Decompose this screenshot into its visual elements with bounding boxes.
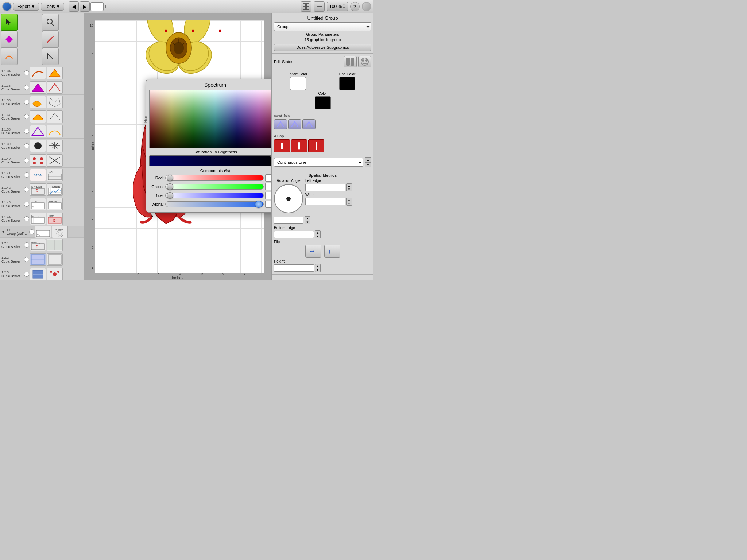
layer-checkbox[interactable] — [24, 158, 29, 163]
join-btn-3[interactable] — [302, 119, 316, 129]
rotation-handle[interactable] — [289, 199, 298, 199]
help-button[interactable]: ? — [350, 2, 360, 11]
layer-item[interactable]: 1.1.43 Cubic Bezier X Log× Semilog — [0, 197, 84, 211]
type-select[interactable]: Group — [274, 22, 371, 31]
alpha-value-field[interactable]: 100 — [265, 201, 271, 208]
cap-btn-1[interactable] — [274, 139, 290, 152]
arc-tool-button[interactable] — [1, 48, 18, 65]
bottom-edge-down[interactable]: ▼ — [315, 234, 320, 238]
layer-checkbox[interactable] — [24, 172, 29, 178]
svg-point-67 — [57, 271, 59, 273]
layer-item[interactable]: 1.2.1 Cubic Bezier Date LogD — [0, 238, 84, 252]
zoom-up-button[interactable]: ▲ — [342, 3, 345, 7]
green-slider-track[interactable] — [165, 184, 264, 190]
height-down[interactable]: ▼ — [315, 268, 320, 272]
page-current-field[interactable]: 1 — [90, 2, 104, 11]
bottom-edge-up[interactable]: ▲ — [315, 231, 320, 234]
zoom-tool-button[interactable] — [42, 14, 59, 31]
layer-checkbox[interactable] — [24, 187, 29, 192]
autoresize-button[interactable]: Does Autoresize Subgraphics — [274, 44, 371, 51]
pencil-tool-button[interactable] — [42, 31, 59, 48]
layer-checkbox[interactable] — [24, 216, 29, 221]
layer-checkbox[interactable] — [24, 272, 29, 277]
cap-btn-2[interactable] — [291, 139, 307, 152]
red-slider-track[interactable] — [165, 175, 264, 181]
layer-item[interactable]: 1.1.39 Cubic Bezier — [0, 139, 84, 153]
layer-item[interactable]: 1.1.34 Cubic Bezier — [0, 66, 84, 80]
end-color-preview[interactable] — [339, 77, 355, 90]
green-value-field[interactable]: 0 — [265, 183, 271, 190]
width-down[interactable]: ▼ — [347, 202, 352, 205]
layer-item[interactable]: 1.1.35 Cubic Bezier — [0, 80, 84, 95]
segment-join-section: ment Join — [272, 112, 374, 132]
layer-item[interactable]: 1.1.38 Cubic Bezier — [0, 124, 84, 139]
layer-checkbox[interactable] — [24, 202, 29, 207]
layer-checkbox[interactable] — [24, 257, 29, 262]
layer-item[interactable]: 1.1.36 Cubic Bezier — [0, 95, 84, 109]
join-btn-1[interactable] — [274, 119, 287, 129]
flip-horizontal-button[interactable]: ↔ — [305, 245, 321, 258]
layer-item[interactable]: 1.1.44 Cubic Bezier Log Log DateD — [0, 211, 84, 226]
layout-button[interactable] — [314, 1, 325, 12]
bottom-edge-field[interactable]: 6.4268663194 — [274, 231, 314, 238]
left-edge-down[interactable]: ▼ — [347, 187, 352, 191]
grid-view-button[interactable] — [301, 1, 311, 12]
prev-page-button[interactable]: ◀ — [69, 1, 79, 12]
cap-btn-3[interactable] — [308, 139, 324, 152]
layer-item[interactable]: 1.1.40 Cubic Bezier — [0, 153, 84, 168]
layer-checkbox[interactable] — [24, 129, 29, 134]
blue-slider-track[interactable] — [165, 192, 264, 198]
dash-up-button[interactable]: ▲ — [365, 157, 371, 162]
rotation-widget[interactable] — [274, 184, 303, 213]
svg-point-107 — [219, 30, 221, 32]
layer-item[interactable]: 1.2.3 Cubic Bezier — [0, 267, 84, 280]
layer-item[interactable]: 1.2.2 Cubic Bezier — [0, 252, 84, 267]
rotation-up[interactable]: ▲ — [305, 217, 310, 220]
blue-value-field[interactable]: 0 — [265, 192, 271, 199]
angle-tool-button[interactable] — [42, 48, 59, 65]
layer-checkbox[interactable] — [24, 85, 29, 90]
join-btn-2[interactable] — [288, 119, 301, 129]
shape-tool-button[interactable] — [1, 31, 18, 48]
dash-pattern-select[interactable]: Continuous Line — [274, 158, 363, 167]
state-btn-1[interactable] — [344, 56, 357, 67]
color-preview[interactable] — [315, 96, 331, 109]
rotation-value-field[interactable]: 0 — [274, 217, 303, 224]
layer-item[interactable]: 1.1.37 Cubic Bezier — [0, 109, 84, 124]
layer-checkbox[interactable] — [24, 70, 29, 75]
height-field[interactable]: 3.4387503715 — [274, 264, 314, 272]
zoom-down-button[interactable]: ▼ — [342, 7, 345, 10]
layer-group-item[interactable]: ▼ 1.2 Group (Daffo... log Log Polar — [0, 226, 84, 238]
width-up[interactable]: ▲ — [347, 198, 352, 202]
rotation-down[interactable]: ▼ — [305, 220, 310, 224]
left-edge-up[interactable]: ▲ — [347, 184, 352, 187]
next-page-button[interactable]: ▶ — [80, 1, 90, 12]
blue-slider-thumb[interactable] — [167, 192, 173, 199]
alpha-slider-track[interactable] — [165, 201, 264, 207]
layer-checkbox[interactable] — [24, 143, 29, 148]
start-color-preview[interactable] — [290, 77, 306, 90]
spectrum-canvas[interactable]: Hue — [149, 90, 271, 148]
tools-button[interactable]: Tools ▼ — [41, 3, 65, 11]
green-slider-row: Green: 0 — [149, 183, 271, 190]
height-up[interactable]: ▲ — [315, 264, 320, 268]
layer-checkbox[interactable] — [24, 114, 29, 119]
state-btn-2[interactable] — [358, 56, 371, 67]
green-slider-thumb[interactable] — [167, 183, 173, 190]
brightness-bar[interactable] — [149, 155, 271, 166]
layer-checkbox[interactable] — [24, 242, 29, 248]
hue-label: Hue — [144, 116, 148, 122]
alpha-slider-thumb[interactable] — [255, 201, 262, 208]
layer-checkbox[interactable] — [29, 229, 34, 234]
red-value-field[interactable]: 0 — [265, 174, 271, 182]
layer-item[interactable]: 1.1.41 Cubic Bezier Label N-Y — [0, 168, 84, 182]
width-field[interactable]: 3.0066846146 — [305, 198, 345, 205]
select-tool-button[interactable] — [1, 14, 18, 31]
layer-checkbox[interactable] — [24, 100, 29, 105]
layer-item[interactable]: 1.1.42 Cubic Bezier N-Y DateD Graph — [0, 182, 84, 197]
flip-vertical-button[interactable]: ↕ — [324, 245, 340, 258]
export-button[interactable]: Export ▼ — [13, 3, 39, 11]
dash-down-button[interactable]: ▼ — [365, 162, 371, 167]
red-slider-thumb[interactable] — [167, 175, 173, 181]
left-edge-field[interactable]: 2.5492078993 — [305, 184, 345, 191]
